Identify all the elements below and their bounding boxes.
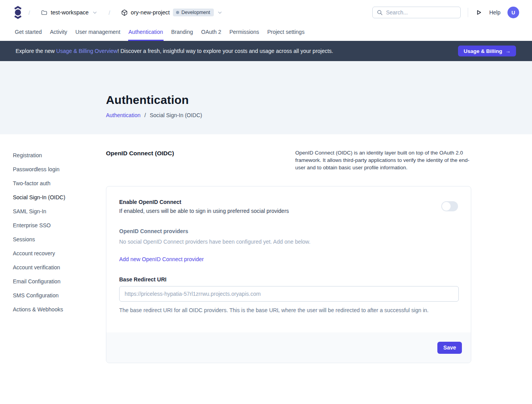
- save-button[interactable]: Save: [437, 342, 462, 354]
- project-picker[interactable]: ory-new-project Development: [121, 9, 223, 16]
- enable-oidc-label: Enable OpenID Connect: [119, 199, 441, 205]
- chevron-down-icon: [92, 10, 98, 16]
- workspace-picker[interactable]: test-workspace: [41, 9, 98, 16]
- chevron-down-icon: [217, 10, 223, 16]
- breadcrumb-slash: /: [28, 9, 30, 16]
- environment-badge: Development: [173, 9, 214, 16]
- tab-oauth2[interactable]: OAuth 2: [201, 29, 222, 41]
- search-icon: [377, 9, 383, 16]
- folder-icon: [41, 9, 48, 16]
- section-title: OpenID Connect (OIDC): [106, 149, 174, 171]
- enable-oidc-toggle[interactable]: [441, 201, 458, 211]
- usage-billing-banner: Explore the new Usage & Billing Overview…: [0, 41, 532, 61]
- tab-get-started[interactable]: Get started: [14, 29, 42, 41]
- tab-user-management[interactable]: User management: [75, 29, 121, 41]
- providers-empty-text: No social OpenID Connect providers have …: [119, 239, 458, 245]
- search-box[interactable]: [372, 7, 461, 18]
- sidebar-item-account-verification[interactable]: Account verification: [13, 262, 106, 273]
- package-icon: [121, 9, 128, 16]
- section-description: OpenID Connect (OIDC) is an identity lay…: [295, 149, 471, 171]
- environment-label: Development: [181, 10, 210, 15]
- breadcrumb-separator: /: [144, 112, 146, 118]
- breadcrumb-slash: /: [109, 9, 110, 16]
- add-oidc-provider-link[interactable]: Add new OpenID Connect provider: [119, 256, 204, 262]
- base-redirect-uri-label: Base Redirect URI: [119, 276, 458, 283]
- sidebar-item-actions-webhooks[interactable]: Actions & Webhooks: [13, 304, 106, 315]
- tab-permissions[interactable]: Permissions: [229, 29, 259, 41]
- tab-project-settings[interactable]: Project settings: [267, 29, 305, 41]
- sidebar-item-sessions[interactable]: Sessions: [13, 234, 106, 245]
- sidebar-item-email-configuration[interactable]: Email Configuration: [13, 276, 106, 287]
- breadcrumb-authentication-link[interactable]: Authentication: [106, 112, 141, 118]
- workspace-name: test-workspace: [51, 9, 89, 16]
- oidc-settings-card: Enable OpenID Connect If enabled, users …: [106, 186, 471, 363]
- ory-logo-icon[interactable]: [13, 6, 23, 19]
- breadcrumb: Authentication / Social Sign-In (OIDC): [106, 112, 532, 118]
- banner-text-before: Explore the new: [16, 48, 56, 54]
- sidebar-item-two-factor-auth[interactable]: Two-factor auth: [13, 178, 106, 189]
- arrow-right-icon: →: [506, 48, 511, 54]
- search-input[interactable]: [386, 9, 456, 16]
- usage-billing-button-label: Usage & Billing: [463, 48, 502, 54]
- banner-text: Explore the new Usage & Billing Overview…: [16, 48, 458, 54]
- breadcrumb-current: Social Sign-In (OIDC): [150, 112, 202, 118]
- banner-usage-billing-link[interactable]: Usage & Billing Overview: [56, 48, 117, 54]
- enable-oidc-description: If enabled, users will be able to sign i…: [119, 208, 441, 214]
- project-name: ory-new-project: [131, 9, 170, 16]
- sidebar-item-enterprise-sso[interactable]: Enterprise SSO: [13, 220, 106, 231]
- environment-dot-icon: [176, 11, 179, 14]
- settings-sidebar: Registration Passwordless login Two-fact…: [13, 149, 106, 363]
- user-avatar[interactable]: U: [507, 7, 519, 18]
- sidebar-item-saml-sign-in[interactable]: SAML Sign-In: [13, 206, 106, 217]
- card-footer: Save: [106, 332, 471, 363]
- page-hero: Authentication Authentication / Social S…: [0, 61, 532, 134]
- toggle-knob: [442, 202, 451, 211]
- tab-authentication[interactable]: Authentication: [128, 29, 164, 41]
- tab-activity[interactable]: Activity: [49, 29, 67, 41]
- page-title: Authentication: [106, 93, 532, 107]
- providers-label: OpenID Connect providers: [119, 228, 458, 234]
- sidebar-item-account-recovery[interactable]: Account recovery: [13, 248, 106, 259]
- sidebar-item-social-sign-in[interactable]: Social Sign-In (OIDC): [13, 192, 106, 203]
- usage-billing-button[interactable]: Usage & Billing →: [458, 46, 516, 56]
- play-icon[interactable]: [475, 9, 482, 16]
- banner-text-after: ! Discover a fresh, insightful way to ex…: [117, 48, 333, 54]
- top-header: / test-workspace / ory-new-project Devel…: [0, 0, 532, 25]
- content-area: Registration Passwordless login Two-fact…: [0, 134, 532, 363]
- header-divider: [468, 8, 468, 17]
- main-panel: OpenID Connect (OIDC) OpenID Connect (OI…: [106, 149, 471, 363]
- tab-branding[interactable]: Branding: [171, 29, 194, 41]
- sidebar-item-passwordless-login[interactable]: Passwordless login: [13, 164, 106, 175]
- project-nav-tabs: Get started Activity User management Aut…: [0, 25, 532, 41]
- help-link[interactable]: Help: [489, 9, 500, 16]
- sidebar-item-registration[interactable]: Registration: [13, 150, 106, 161]
- base-redirect-uri-help: The base redirect URI for all OIDC provi…: [119, 307, 458, 332]
- sidebar-item-sms-configuration[interactable]: SMS Configuration: [13, 290, 106, 301]
- base-redirect-uri-input[interactable]: [119, 286, 459, 302]
